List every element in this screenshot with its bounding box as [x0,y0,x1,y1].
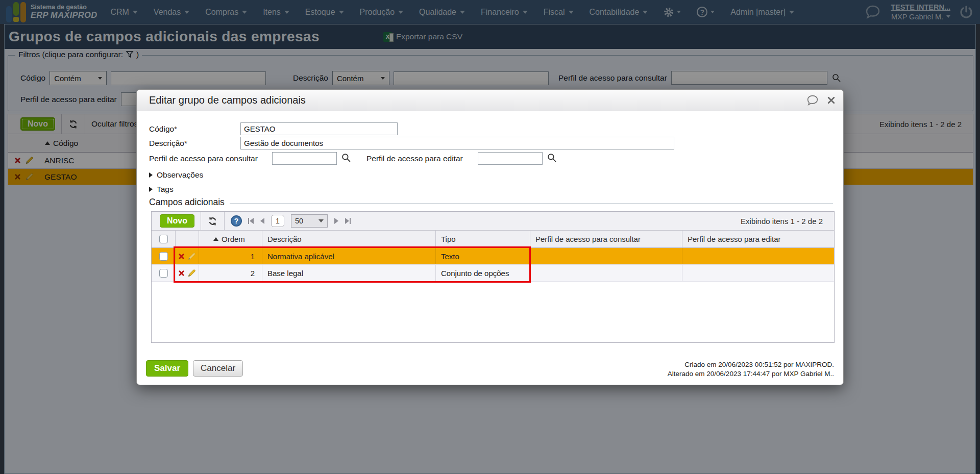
page-number-input[interactable] [271,215,284,227]
app-root: Sistema de gestão ERP MAXIPROD CRM Venda… [0,0,980,474]
perfil-editar-input[interactable] [478,152,543,165]
modal-header: Editar grupo de campos adicionais [137,90,843,111]
tags-label: Tags [157,185,174,194]
search-icon[interactable] [547,153,557,163]
column-header-descricao[interactable]: Descrição [262,231,436,247]
row-checkbox[interactable] [159,269,168,278]
perfil-consultar-label: Perfil de acesso para consultar [149,154,258,163]
novo-campo-button[interactable]: Novo [160,214,194,228]
codigo-label: Código* [149,124,177,134]
close-icon[interactable] [827,96,835,104]
cell-ordem: 2 [199,265,262,281]
row-actions [176,248,199,264]
first-page-button[interactable] [248,218,254,224]
perfil-editar-label: Perfil de acesso para editar [366,154,463,163]
edit-pencil-icon[interactable] [187,269,196,278]
modal-footer: Salvar Cancelar Criado em 20/06/2023 00:… [137,360,843,379]
page-size-value: 50 [295,217,303,225]
column-header-tipo[interactable]: Tipo [436,231,530,247]
comment-bubble-icon[interactable] [805,93,820,108]
paging-info: Exibindo itens 1 - 2 de 2 [741,217,823,226]
actions-header-cell [176,231,199,247]
sort-asc-icon [213,237,218,241]
campos-grid: Novo ? 50 [151,211,835,343]
campo-row-1[interactable]: 1 Normativa aplicável Texto [152,248,834,265]
select-all-checkbox[interactable] [159,235,168,243]
last-page-button[interactable] [345,218,351,224]
cell-ordem: 1 [199,248,262,264]
help-icon[interactable]: ? [231,215,242,227]
codigo-input[interactable] [240,122,398,135]
descricao-input[interactable] [240,137,674,149]
row-select-cell [152,248,176,264]
cell-perfil-editar [682,248,834,264]
cell-perfil-consultar [530,265,682,281]
observacoes-toggle[interactable]: Observações [149,170,203,180]
delete-icon[interactable] [179,254,184,259]
column-header-label: Tipo [441,235,456,243]
cell-descricao: Base legal [262,265,436,281]
select-all-cell [152,231,176,247]
next-page-button[interactable] [334,218,338,224]
modal-body: Código* Descrição* Perfil de acesso para… [137,111,843,386]
column-header-ordem[interactable]: Ordem [199,231,262,247]
search-icon[interactable] [341,153,352,163]
fieldset-line [230,203,833,204]
page-size-select[interactable]: 50 [291,214,328,228]
tags-toggle[interactable]: Tags [149,185,174,194]
cell-descricao: Normativa aplicável [262,248,436,264]
cell-tipo: Conjunto de opções [436,265,530,281]
salvar-button[interactable]: Salvar [146,360,188,377]
delete-icon[interactable] [179,270,184,276]
descricao-label: Descrição* [149,139,187,148]
toolbar-separator [201,212,201,230]
modal-title: Editar grupo de campos adicionais [149,94,306,106]
column-header-label: Perfil de acesso para editar [688,235,781,243]
column-header-label: Descrição [267,235,302,243]
cell-perfil-consultar [530,248,682,264]
column-header-label: Ordem [222,235,245,243]
column-header-perfil-editar[interactable]: Perfil de acesso para editar [682,231,834,247]
campos-grid-header: Ordem Descrição Tipo Perfil de acesso pa… [152,231,834,248]
edit-pencil-icon[interactable] [187,252,196,261]
toolbar-separator [224,212,225,230]
cell-tipo: Texto [436,248,530,264]
cell-perfil-editar [682,265,834,281]
altered-text: Alterado em 20/06/2023 17:44:47 por MXP … [668,369,834,379]
observacoes-label: Observações [157,170,203,180]
row-select-cell [152,265,176,281]
campo-row-2[interactable]: 2 Base legal Conjunto de opções [152,265,834,282]
perfil-consultar-input[interactable] [272,152,337,165]
row-actions [176,265,199,281]
refresh-icon[interactable] [207,216,218,227]
created-text: Criado em 20/06/2023 00:51:52 por MAXIPR… [668,360,834,369]
chevron-down-icon [318,219,324,222]
campos-adicionais-title: Campos adicionais [149,197,833,208]
prev-page-button[interactable] [260,218,264,224]
audit-info: Criado em 20/06/2023 00:51:52 por MAXIPR… [668,360,834,379]
column-header-label: Perfil de acesso para consultar [535,235,641,243]
pager: 50 [248,214,351,228]
chevron-right-icon [149,172,153,178]
column-header-perfil-consultar[interactable]: Perfil de acesso para consultar [530,231,682,247]
campos-grid-toolbar: Novo ? 50 [152,212,834,231]
chevron-right-icon [149,187,153,192]
edit-group-modal: Editar grupo de campos adicionais Código… [136,89,844,385]
cancelar-button[interactable]: Cancelar [193,360,243,377]
row-checkbox[interactable] [159,252,168,261]
